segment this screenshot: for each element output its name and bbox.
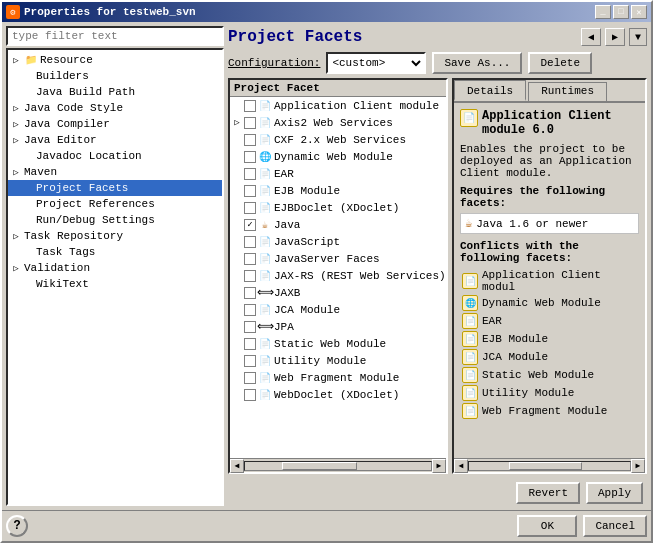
sidebar-item-task-tags[interactable]: Task Tags bbox=[8, 244, 222, 260]
apply-button[interactable]: Apply bbox=[586, 482, 643, 504]
facet-item-utility[interactable]: 📄 Utility Module bbox=[230, 352, 446, 369]
sidebar-item-run-debug[interactable]: Run/Debug Settings bbox=[8, 212, 222, 228]
facet-item-web-fragment[interactable]: 📄 Web Fragment Module bbox=[230, 369, 446, 386]
help-button[interactable]: ? bbox=[6, 515, 28, 537]
facet-item-cxf[interactable]: 📄 CXF 2.x Web Services bbox=[230, 131, 446, 148]
save-as-button[interactable]: Save As... bbox=[432, 52, 522, 74]
sidebar-item-resource[interactable]: ▷ 📁 Resource bbox=[8, 52, 222, 68]
details-scroll-thumb[interactable] bbox=[509, 462, 581, 470]
scroll-left-button[interactable]: ◀ bbox=[230, 459, 244, 473]
sidebar-item-javadoc[interactable]: Javadoc Location bbox=[8, 148, 222, 164]
nav-forward-button[interactable]: ▶ bbox=[605, 28, 625, 46]
conflict-item-0: 📄 Application Client modul bbox=[460, 268, 639, 294]
facet-checkbox[interactable] bbox=[244, 202, 256, 214]
sidebar-item-java-editor[interactable]: ▷ Java Editor bbox=[8, 132, 222, 148]
facet-item-jsf[interactable]: 📄 JavaServer Faces bbox=[230, 250, 446, 267]
facet-checkbox[interactable] bbox=[244, 287, 256, 299]
facet-label: Dynamic Web Module bbox=[274, 151, 393, 163]
facet-checkbox[interactable] bbox=[244, 355, 256, 367]
conflict-icon: 📄 bbox=[462, 385, 478, 401]
close-button[interactable]: ✕ bbox=[631, 5, 647, 19]
nav-dropdown-button[interactable]: ▼ bbox=[629, 28, 647, 46]
filter-input[interactable] bbox=[6, 26, 224, 46]
page-icon: 📄 bbox=[258, 252, 272, 266]
sidebar-item-validation[interactable]: ▷ Validation bbox=[8, 260, 222, 276]
delete-button[interactable]: Delete bbox=[528, 52, 592, 74]
middle-section: Project Facet 📄 Application Client modul… bbox=[228, 78, 647, 474]
facet-item-axis2[interactable]: ▷ 📄 Axis2 Web Services bbox=[230, 114, 446, 131]
sidebar-item-project-facets[interactable]: Project Facets bbox=[8, 180, 222, 196]
facet-item-jax-rs[interactable]: 📄 JAX-RS (REST Web Services) bbox=[230, 267, 446, 284]
facet-item-dynamic-web[interactable]: 🌐 Dynamic Web Module bbox=[230, 148, 446, 165]
window-icon: ⚙ bbox=[6, 5, 20, 19]
facet-checkbox[interactable] bbox=[244, 321, 256, 333]
conflict-label: EJB Module bbox=[482, 333, 548, 345]
config-select[interactable]: <custom> bbox=[326, 52, 426, 74]
facet-item-webdoclet[interactable]: 📄 WebDoclet (XDoclet) bbox=[230, 386, 446, 403]
facet-checkbox[interactable] bbox=[244, 270, 256, 282]
facet-checkbox[interactable] bbox=[244, 168, 256, 180]
facet-checkbox[interactable] bbox=[244, 372, 256, 384]
page-icon: 📄 bbox=[258, 303, 272, 317]
facet-item-javascript[interactable]: 📄 JavaScript bbox=[230, 233, 446, 250]
facet-item-ejb[interactable]: 📄 EJB Module bbox=[230, 182, 446, 199]
sidebar-item-maven[interactable]: ▷ Maven bbox=[8, 164, 222, 180]
sidebar-item-java-compiler[interactable]: ▷ Java Compiler bbox=[8, 116, 222, 132]
facet-checkbox[interactable] bbox=[244, 185, 256, 197]
nav-bar: ◀ ▶ ▼ bbox=[581, 26, 647, 48]
facet-checkbox-checked[interactable]: ✓ bbox=[244, 219, 256, 231]
details-scroll-right[interactable]: ▶ bbox=[631, 459, 645, 473]
facet-item-jca[interactable]: 📄 JCA Module bbox=[230, 301, 446, 318]
config-row: Configuration: <custom> Save As... Delet… bbox=[228, 52, 647, 74]
facet-checkbox[interactable] bbox=[244, 236, 256, 248]
facet-icon-symbol: 📄 bbox=[463, 112, 475, 124]
facet-checkbox[interactable] bbox=[244, 253, 256, 265]
facet-item-app-client[interactable]: 📄 Application Client module bbox=[230, 97, 446, 114]
facet-item-jpa[interactable]: ⟺ JPA bbox=[230, 318, 446, 335]
page-icon: 📄 bbox=[258, 354, 272, 368]
facet-checkbox[interactable] bbox=[244, 134, 256, 146]
expand-icon: ▷ bbox=[10, 54, 22, 66]
spacer bbox=[10, 86, 22, 98]
facet-item-ear[interactable]: 📄 EAR bbox=[230, 165, 446, 182]
scroll-thumb[interactable] bbox=[282, 462, 356, 470]
sidebar-item-java-build-path[interactable]: Java Build Path bbox=[8, 84, 222, 100]
facet-item-static-web[interactable]: 📄 Static Web Module bbox=[230, 335, 446, 352]
sidebar-item-wikitext[interactable]: WikiText bbox=[8, 276, 222, 292]
facet-label: Java bbox=[274, 219, 300, 231]
page-icon: 📄 bbox=[258, 99, 272, 113]
nav-back-button[interactable]: ◀ bbox=[581, 28, 601, 46]
sidebar-item-task-repo[interactable]: ▷ Task Repository bbox=[8, 228, 222, 244]
conflict-item-6: 📄 Utility Module bbox=[460, 384, 639, 402]
facet-checkbox[interactable] bbox=[244, 151, 256, 163]
details-scroll-left[interactable]: ◀ bbox=[454, 459, 468, 473]
tree-container: ▷ 📁 Resource Builders Java Build Path ▷ bbox=[6, 48, 224, 506]
cancel-button[interactable]: Cancel bbox=[583, 515, 647, 537]
minimize-button[interactable]: _ bbox=[595, 5, 611, 19]
maximize-button[interactable]: □ bbox=[613, 5, 629, 19]
sidebar-item-label: Java Build Path bbox=[36, 86, 135, 98]
page-icon: 📄 bbox=[258, 371, 272, 385]
conflict-item-7: 📄 Web Fragment Module bbox=[460, 402, 639, 420]
scroll-right-button[interactable]: ▶ bbox=[432, 459, 446, 473]
tab-details[interactable]: Details bbox=[454, 80, 526, 101]
sidebar-item-java-code-style[interactable]: ▷ Java Code Style bbox=[8, 100, 222, 116]
facet-checkbox[interactable] bbox=[244, 117, 256, 129]
facet-item-ejbdoclet[interactable]: 📄 EJBDoclet (XDoclet) bbox=[230, 199, 446, 216]
facet-checkbox[interactable] bbox=[244, 389, 256, 401]
sidebar-item-label: Validation bbox=[24, 262, 90, 274]
facet-item-java[interactable]: ✓ ☕ Java bbox=[230, 216, 446, 233]
facet-checkbox[interactable] bbox=[244, 304, 256, 316]
expand-icon: ▷ bbox=[232, 117, 242, 128]
sidebar-item-project-references[interactable]: Project References bbox=[8, 196, 222, 212]
facet-item-jaxb[interactable]: ⟺ JAXB bbox=[230, 284, 446, 301]
conflict-item-5: 📄 Static Web Module bbox=[460, 366, 639, 384]
sidebar-item-builders[interactable]: Builders bbox=[8, 68, 222, 84]
conflict-item-1: 🌐 Dynamic Web Module bbox=[460, 294, 639, 312]
facet-checkbox[interactable] bbox=[244, 338, 256, 350]
revert-button[interactable]: Revert bbox=[516, 482, 580, 504]
ok-button[interactable]: OK bbox=[517, 515, 577, 537]
facet-checkbox[interactable] bbox=[244, 100, 256, 112]
tab-runtimes[interactable]: Runtimes bbox=[528, 82, 607, 101]
spacer bbox=[10, 150, 22, 162]
